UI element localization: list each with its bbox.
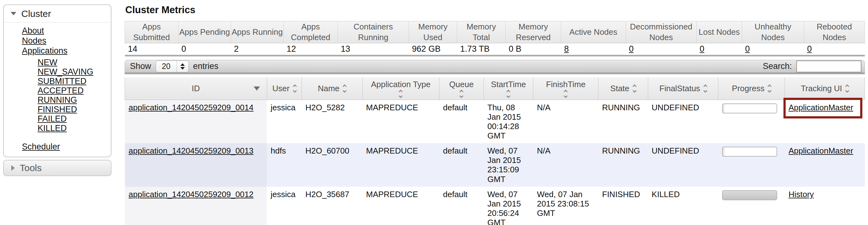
applications-link[interactable]: Applications bbox=[22, 46, 68, 55]
state-finished-link[interactable]: FINISHED bbox=[38, 105, 77, 114]
state-failed-link[interactable]: FAILED bbox=[38, 114, 67, 123]
cluster-metrics-table: Apps Submitted Apps Pending Apps Running… bbox=[125, 21, 865, 56]
lost-nodes-link[interactable]: 0 bbox=[700, 44, 704, 54]
app-id-cell: application_1420450259209_0014 bbox=[125, 100, 267, 143]
sidebar-item-running: RUNNING bbox=[4, 95, 111, 105]
col-header-starttime[interactable]: StartTime bbox=[484, 77, 533, 100]
col-header-progress[interactable]: Progress bbox=[718, 77, 785, 100]
page-size-select[interactable]: 20 bbox=[156, 60, 189, 73]
metrics-col-rebooted-nodes: Rebooted Nodes bbox=[804, 21, 865, 43]
col-header-finishtime[interactable]: FinishTime bbox=[533, 77, 598, 100]
queue-cell: default bbox=[439, 143, 484, 187]
sidebar-item-accepted: ACCEPTED bbox=[4, 86, 111, 95]
col-user-label: User bbox=[272, 84, 290, 93]
state-cell: RUNNING bbox=[598, 100, 648, 143]
col-header-finalstatus[interactable]: FinalStatus bbox=[648, 77, 718, 100]
table-row: application_1420450259209_0012 jessica H… bbox=[125, 187, 865, 225]
sort-both-icon bbox=[343, 85, 346, 92]
sort-both-icon bbox=[564, 90, 567, 97]
progress-bar bbox=[722, 190, 777, 200]
sidebar-item-scheduler: Scheduler bbox=[4, 142, 111, 152]
active-nodes-link[interactable]: 8 bbox=[564, 44, 569, 54]
progress-bar-fill bbox=[723, 191, 777, 200]
col-application-type-label: Application Type bbox=[371, 80, 431, 89]
page-title: Cluster Metrics bbox=[125, 4, 195, 16]
col-name-label: Name bbox=[318, 84, 339, 93]
containers-running-value: 13 bbox=[338, 43, 409, 56]
sidebar-cluster-header[interactable]: Cluster bbox=[4, 5, 111, 23]
state-running-link[interactable]: RUNNING bbox=[38, 95, 77, 105]
app-id-link[interactable]: application_1420450259209_0014 bbox=[129, 103, 254, 112]
metrics-header-row: Apps Submitted Apps Pending Apps Running… bbox=[125, 21, 865, 43]
col-header-application-type[interactable]: Application Type bbox=[362, 77, 439, 100]
col-header-id[interactable]: ID bbox=[125, 77, 267, 100]
metrics-col-active-nodes: Active Nodes bbox=[561, 21, 626, 43]
name-cell: H2O_5282 bbox=[302, 100, 362, 143]
tracking-ui-cell: ApplicationMaster bbox=[785, 143, 865, 187]
finishtime-cell: Wed, 07 Jan 2015 23:08:15 GMT bbox=[533, 187, 598, 225]
sidebar-item-new-saving: NEW_SAVING bbox=[4, 67, 111, 77]
state-cell: RUNNING bbox=[598, 143, 648, 187]
sidebar-tools-header[interactable]: Tools bbox=[3, 160, 112, 176]
sidebar-tools-title: Tools bbox=[20, 163, 42, 173]
col-finalstatus-label: FinalStatus bbox=[659, 84, 700, 93]
collapse-arrow-icon bbox=[11, 12, 16, 16]
apps-pending-value: 0 bbox=[178, 43, 231, 56]
stepper-icon[interactable] bbox=[177, 61, 188, 72]
app-state-nav: NEW NEW_SAVING SUBMITTED ACCEPTED RUNNIN… bbox=[4, 58, 111, 133]
nodes-link[interactable]: Nodes bbox=[22, 36, 46, 46]
metrics-col-apps-submitted: Apps Submitted bbox=[125, 21, 179, 43]
progress-cell bbox=[718, 187, 785, 225]
page-size-value: 20 bbox=[156, 61, 177, 72]
finalstatus-cell: KILLED bbox=[648, 187, 718, 225]
col-header-queue[interactable]: Queue bbox=[439, 77, 484, 100]
sidebar-item-nodes: Nodes bbox=[4, 36, 111, 46]
state-submitted-link[interactable]: SUBMITTED bbox=[38, 77, 86, 86]
col-id-label: ID bbox=[192, 84, 200, 93]
queue-cell: default bbox=[439, 187, 484, 225]
about-link[interactable]: About bbox=[22, 26, 44, 35]
sort-both-icon bbox=[460, 90, 463, 97]
col-header-state[interactable]: State bbox=[598, 77, 648, 100]
col-queue-label: Queue bbox=[450, 80, 474, 89]
sidebar-item-finished: FINISHED bbox=[4, 105, 111, 114]
sort-both-icon bbox=[768, 85, 771, 92]
col-starttime-label: StartTime bbox=[491, 80, 526, 89]
memory-total-value: 1.73 TB bbox=[457, 43, 505, 56]
sidebar-item-about: About bbox=[4, 26, 111, 36]
finishtime-cell: N/A bbox=[533, 100, 598, 143]
apps-submitted-value: 14 bbox=[125, 43, 179, 56]
history-link[interactable]: History bbox=[788, 190, 814, 199]
show-entries-control: Show 20 entries bbox=[130, 60, 219, 73]
app-id-link[interactable]: application_1420450259209_0012 bbox=[129, 190, 254, 199]
active-nodes-cell: 8 bbox=[561, 43, 626, 56]
starttime-cell: Wed, 07 Jan 2015 20:56:24 GMT bbox=[484, 187, 533, 225]
rebooted-nodes-link[interactable]: 0 bbox=[807, 44, 812, 54]
search-input[interactable] bbox=[796, 60, 861, 73]
decommissioned-nodes-link[interactable]: 0 bbox=[629, 44, 633, 54]
starttime-cell: Wed, 07 Jan 2015 23:15:09 GMT bbox=[484, 143, 533, 187]
state-new-link[interactable]: NEW bbox=[38, 58, 57, 67]
applicationmaster-link[interactable]: ApplicationMaster bbox=[788, 103, 853, 112]
application-type-cell: MAPREDUCE bbox=[362, 143, 439, 187]
metrics-col-unhealthy-nodes: Unhealthy Nodes bbox=[742, 21, 804, 43]
applicationmaster-link[interactable]: ApplicationMaster bbox=[788, 146, 853, 156]
user-cell: hdfs bbox=[267, 143, 302, 187]
col-header-user[interactable]: User bbox=[267, 77, 302, 100]
tracking-ui-cell: ApplicationMaster bbox=[785, 100, 865, 143]
app-id-link[interactable]: application_1420450259209_0013 bbox=[129, 146, 254, 156]
starttime-cell: Thu, 08 Jan 2015 00:14:28 GMT bbox=[484, 100, 533, 143]
scheduler-link[interactable]: Scheduler bbox=[22, 142, 60, 151]
col-header-tracking-ui[interactable]: Tracking UI bbox=[785, 77, 865, 100]
sidebar-item-failed: FAILED bbox=[4, 114, 111, 123]
state-killed-link[interactable]: KILLED bbox=[38, 123, 67, 133]
state-accepted-link[interactable]: ACCEPTED bbox=[38, 86, 84, 95]
cluster-nav: About Nodes Applications bbox=[4, 26, 111, 56]
sidebar-cluster-title: Cluster bbox=[21, 8, 51, 19]
col-tracking-ui-label: Tracking UI bbox=[801, 84, 842, 93]
col-header-name[interactable]: Name bbox=[302, 77, 362, 100]
unhealthy-nodes-link[interactable]: 0 bbox=[745, 44, 750, 54]
state-new-saving-link[interactable]: NEW_SAVING bbox=[38, 67, 93, 77]
metrics-col-memory-total: Memory Total bbox=[457, 21, 505, 43]
sidebar-item-submitted: SUBMITTED bbox=[4, 77, 111, 86]
